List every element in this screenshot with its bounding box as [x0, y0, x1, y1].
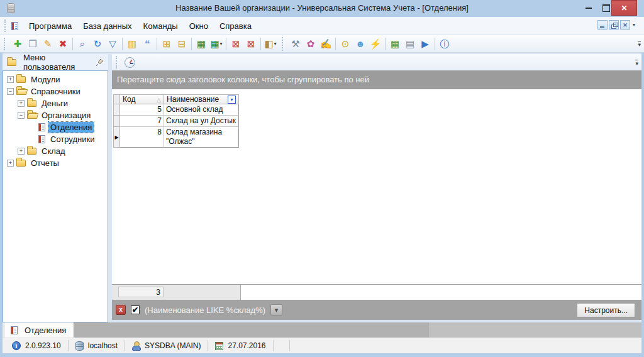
- power-button[interactable]: ⚡: [368, 36, 383, 52]
- filter-close-icon[interactable]: [116, 305, 126, 315]
- tree-item[interactable]: +Деньги: [3, 97, 108, 109]
- row-selector[interactable]: [113, 116, 120, 127]
- dropdown-arrow-icon: ▾: [274, 41, 277, 47]
- menu-grip: [4, 19, 8, 32]
- collapse-icon[interactable]: −: [18, 112, 25, 119]
- expand-icon[interactable]: +: [18, 148, 25, 155]
- tree-item-label: Склад: [40, 146, 67, 157]
- play-button[interactable]: ▶: [418, 36, 433, 52]
- refresh-icon: ↻: [94, 39, 102, 48]
- filter-dropdown-icon[interactable]: [270, 304, 282, 316]
- column-header-label: Код: [123, 95, 135, 104]
- row-selector[interactable]: [113, 104, 120, 116]
- menu-item[interactable]: Команды: [138, 19, 184, 33]
- expand-icon[interactable]: +: [7, 76, 14, 83]
- refresh-button[interactable]: ↻: [90, 36, 105, 52]
- column-lookup-button[interactable]: ▥: [125, 36, 140, 52]
- expand-icon[interactable]: +: [18, 100, 25, 107]
- tree-item[interactable]: Сотрудники: [3, 133, 108, 145]
- folder-open-icon: [27, 112, 36, 119]
- minimize-button[interactable]: [580, 0, 597, 16]
- menu-item[interactable]: Программа: [23, 19, 77, 33]
- print-icon: ▤: [406, 39, 414, 48]
- tools-button[interactable]: ⚒: [288, 36, 303, 52]
- grid-rows: 5Основной склад7Склад на ул Достык8Склад…: [113, 104, 239, 148]
- delete-button[interactable]: ✖: [55, 36, 70, 52]
- toolbar2-buttons: [122, 55, 137, 70]
- table-row[interactable]: 7Склад на ул Достык: [113, 116, 239, 127]
- cell-name[interactable]: Склад магазина "Олжас": [164, 127, 239, 148]
- tree-item[interactable]: +Модули: [3, 74, 108, 85]
- edit-note-button[interactable]: ✍: [318, 36, 333, 52]
- expand-all-button[interactable]: ⊞: [159, 36, 174, 52]
- tab-active[interactable]: Отделения: [5, 322, 74, 338]
- column-header[interactable]: Код: [120, 94, 164, 104]
- palette-button[interactable]: ✿: [303, 36, 318, 52]
- exit-button[interactable]: ◧▾: [263, 36, 278, 52]
- toolbar-separator: [385, 38, 386, 50]
- comments-icon: ❝: [145, 39, 150, 48]
- edit-button[interactable]: ✎: [40, 36, 55, 52]
- customize-filter-button[interactable]: Настроить...: [577, 303, 635, 317]
- mdi-restore-button[interactable]: [609, 20, 619, 30]
- cell-name[interactable]: Основной склад: [164, 104, 239, 116]
- copy-button[interactable]: ❐: [25, 36, 40, 52]
- tree-item[interactable]: +Отчеты: [3, 157, 108, 169]
- toolbar2-overflow-icon[interactable]: ▾: [635, 60, 638, 67]
- users-button[interactable]: ☻: [353, 36, 368, 52]
- tree-item[interactable]: −Справочники: [3, 85, 108, 97]
- collapse-icon[interactable]: −: [7, 88, 14, 95]
- play-icon: ▶: [421, 39, 429, 48]
- tree-item-label: Модули: [29, 74, 62, 85]
- lock-button[interactable]: ⊙: [338, 36, 353, 52]
- filter-add-button[interactable]: ▽: [105, 36, 120, 52]
- close-button[interactable]: [611, 0, 637, 16]
- pin-icon[interactable]: [96, 58, 104, 67]
- table-row[interactable]: 8Склад магазина "Олжас": [113, 127, 239, 148]
- form-icon: [11, 326, 18, 334]
- expand-icon[interactable]: +: [7, 160, 14, 167]
- cell-code[interactable]: 7: [120, 116, 164, 127]
- collapse-all-button[interactable]: ⊟: [174, 36, 189, 52]
- export-excel-button[interactable]: ▦: [194, 36, 209, 52]
- mdi-dropdown-arrow-icon[interactable]: ▾: [633, 22, 635, 28]
- tree-item-label: Деньги: [40, 98, 70, 109]
- tree-item[interactable]: +Склад: [3, 145, 108, 157]
- column-filter-icon[interactable]: [228, 96, 236, 104]
- group-by-bar[interactable]: Перетащите сюда заголовок колонки, чтобы…: [112, 70, 641, 89]
- edit-icon: ✎: [44, 39, 52, 48]
- close-window-button[interactable]: ⊠: [228, 36, 243, 52]
- form-icon: [11, 22, 18, 30]
- mdi-close-button[interactable]: [620, 20, 630, 30]
- cell-code[interactable]: 8: [120, 127, 164, 148]
- tree-item[interactable]: Отделения: [3, 121, 108, 133]
- clock-button[interactable]: [122, 55, 137, 70]
- navigation-tree: +Модули−Справочники+Деньги−ОрганизацияОт…: [3, 70, 108, 322]
- menu-item[interactable]: База данных: [77, 19, 137, 33]
- cell-name[interactable]: Склад на ул Достык: [164, 116, 239, 127]
- toolbar-overflow-icon[interactable]: ▾: [638, 41, 641, 48]
- row-selector[interactable]: [113, 127, 120, 148]
- menu-item[interactable]: Окно: [184, 19, 214, 33]
- info-button[interactable]: ⓘ: [437, 36, 452, 52]
- toolbar-grip: [4, 38, 7, 50]
- filter-checkbox[interactable]: [131, 305, 140, 314]
- add-button[interactable]: ✚: [10, 36, 25, 52]
- cell-code[interactable]: 5: [120, 104, 164, 116]
- tree-item-label: Справочники: [29, 86, 82, 97]
- table-row[interactable]: 5Основной склад: [113, 104, 239, 116]
- palette-icon: ✿: [307, 39, 315, 48]
- table-button[interactable]: ▦: [387, 36, 402, 52]
- export-menu-button[interactable]: ▦▾: [209, 36, 224, 52]
- print-button[interactable]: ▤: [402, 36, 418, 52]
- title-bar: Название Вашей организации - Универсальн…: [0, 0, 644, 17]
- tree-item[interactable]: −Организация: [3, 109, 108, 121]
- search-button[interactable]: ⌕: [75, 36, 90, 52]
- mdi-minimize-button[interactable]: [597, 20, 608, 30]
- close-all-windows-button[interactable]: ⊠: [243, 36, 258, 52]
- clock-icon: [125, 57, 135, 68]
- menu-item[interactable]: Справка: [214, 19, 257, 33]
- toolbar-separator: [226, 38, 226, 50]
- column-header[interactable]: Наименование: [164, 94, 239, 104]
- comments-button[interactable]: ❝: [140, 36, 155, 52]
